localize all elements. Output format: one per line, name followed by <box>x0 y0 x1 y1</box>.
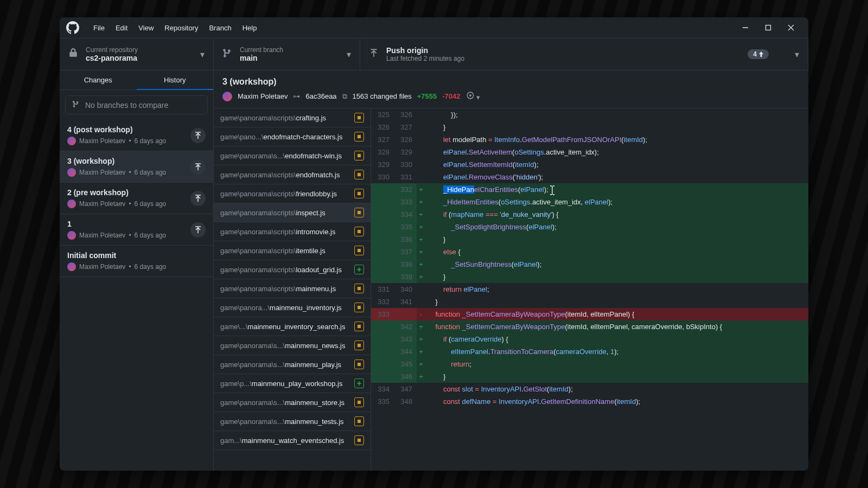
menu-edit[interactable]: Edit <box>110 24 133 32</box>
lock-icon <box>68 48 78 60</box>
file-item[interactable]: game\p...\mainmenu_play_workshop.js <box>214 374 371 393</box>
close-button[interactable] <box>784 21 797 34</box>
changed-files: 1563 changed files <box>353 92 412 100</box>
commit-time: 6 days ago <box>135 263 167 271</box>
file-item[interactable]: game\panorama\scripts\loadout_grid.js <box>214 260 371 279</box>
tab-history[interactable]: History <box>137 70 214 90</box>
new-line-number: 331 <box>394 171 417 183</box>
new-line-number: 344 <box>394 345 417 358</box>
commit-item[interactable]: 2 (pre workshop) Maxim Poletaev • 6 days… <box>60 183 213 214</box>
diff-area: game\panorama\scripts\crafting.jsgame\pa… <box>214 108 808 471</box>
diff-line[interactable]: 334+ if (mapName === 'de_nuke_vanity') { <box>371 208 808 221</box>
file-item[interactable]: game\panorama\scripts\friendlobby.js <box>214 184 371 203</box>
minimize-button[interactable] <box>739 21 752 34</box>
code-content: } <box>425 233 808 246</box>
push-origin-button[interactable]: Push origin Last fetched 2 minutes ago 4… <box>360 38 808 70</box>
diff-line[interactable]: 339+ } <box>371 271 808 283</box>
compare-branches-input[interactable]: No branches to compare <box>65 95 208 114</box>
diff-line[interactable]: 332+ _HidePanelCharEntities(elPanel); <box>371 183 808 196</box>
old-line-number: 332 <box>371 296 394 308</box>
push-icon <box>369 48 379 60</box>
commit-time: 6 days ago <box>135 169 167 176</box>
commit-item[interactable]: 4 (post workshop) Maxim Poletaev • 6 day… <box>60 120 213 151</box>
maximize-button[interactable] <box>762 21 775 34</box>
commit-item[interactable]: Initial commit Maxim Poletaev • 6 days a… <box>60 246 213 277</box>
menu-branch[interactable]: Branch <box>203 24 237 32</box>
code-content: _HidePanelCharEntities(elPanel); <box>425 183 808 196</box>
diff-line[interactable]: 346+ } <box>371 370 808 383</box>
repo-selector[interactable]: Current repository cs2-panorama ▾ <box>60 38 214 70</box>
diff-line[interactable]: 344+ elItemPanel.TransitionToCamera(came… <box>371 345 808 358</box>
file-item[interactable]: game\panorama\scripts\itemtile.js <box>214 241 371 260</box>
push-indicator-icon[interactable] <box>190 191 206 206</box>
diff-line[interactable]: 325326 }); <box>371 108 808 121</box>
diff-marker: + <box>417 258 425 271</box>
file-item[interactable]: game\panorama\scripts\endofmatch.js <box>214 165 371 184</box>
old-line-number <box>371 233 394 246</box>
diff-marker: + <box>417 246 425 258</box>
diff-line[interactable]: 332341 } <box>371 296 808 308</box>
menu-help[interactable]: Help <box>237 24 263 32</box>
push-indicator-icon[interactable] <box>190 159 206 175</box>
file-path: game\panorama\scripts\mainmenu.js <box>220 285 336 293</box>
diff-line[interactable]: 329330 elPanel.SetItemItemId(itemId); <box>371 158 808 171</box>
commit-sha-icon: ⊶ <box>293 92 300 100</box>
file-item[interactable]: game\panorama\scripts\inspect.js <box>214 203 371 222</box>
commit-list[interactable]: 4 (post workshop) Maxim Poletaev • 6 day… <box>60 120 213 471</box>
commit-item[interactable]: 1 Maxim Poletaev • 6 days ago <box>60 214 213 246</box>
menu-file[interactable]: File <box>88 24 110 32</box>
diff-line[interactable]: 338+ _SetSunBrightness(elPanel); <box>371 258 808 271</box>
content: Changes History No branches to compare 4… <box>60 70 808 471</box>
file-status-badge <box>354 378 364 388</box>
branch-selector[interactable]: Current branch main ▾ <box>214 38 360 70</box>
push-indicator-icon[interactable] <box>190 222 206 237</box>
file-status-badge <box>354 227 364 236</box>
file-item[interactable]: game\pano...\endofmatch-characters.js <box>214 127 371 146</box>
old-line-number <box>371 183 394 196</box>
diff-marker <box>417 158 425 171</box>
tab-changes[interactable]: Changes <box>60 70 137 90</box>
diff-line[interactable]: 335348 const defName = InventoryAPI.GetI… <box>371 395 808 408</box>
file-item[interactable]: game\panorama\s...\mainmenu_news.js <box>214 336 371 355</box>
diff-marker: + <box>417 320 425 333</box>
diff-marker: + <box>417 345 425 358</box>
diff-line[interactable]: 328329 elPanel.SetActiveItem(oSettings.a… <box>371 146 808 158</box>
code-content: if (cameraOverride) { <box>425 333 808 345</box>
diff-line[interactable]: 343+ if (cameraOverride) { <box>371 333 808 345</box>
menu-repository[interactable]: Repository <box>159 24 203 32</box>
file-item[interactable]: game\...\mainmenu_inventory_search.js <box>214 317 371 336</box>
file-item[interactable]: gam...\mainmenu_watch_eventsched.js <box>214 431 371 450</box>
file-list[interactable]: game\panorama\scripts\crafting.jsgame\pa… <box>214 108 371 471</box>
diff-line[interactable]: 333- function _SetItemCameraByWeaponType… <box>371 308 808 320</box>
settings-gear-icon[interactable]: ▾ <box>466 91 481 101</box>
repo-name: cs2-panorama <box>86 54 196 62</box>
file-item[interactable]: game\panora...\mainmenu_inventory.js <box>214 298 371 317</box>
diff-line[interactable]: 334347 const slot = InventoryAPI.GetSlot… <box>371 383 808 395</box>
diff-line[interactable]: 330331 elPanel.RemoveClass('hidden'); <box>371 171 808 183</box>
push-indicator-icon[interactable] <box>190 128 206 143</box>
file-item[interactable]: game\panorama\scripts\mainmenu.js <box>214 279 371 298</box>
diff-line[interactable]: 342+ function _SetItemCameraByWeaponType… <box>371 320 808 333</box>
commit-item[interactable]: 3 (workshop) Maxim Poletaev • 6 days ago <box>60 151 213 183</box>
diff-line[interactable]: 327328 let modelPath = ItemInfo.GetModel… <box>371 133 808 146</box>
diff-line[interactable]: 333+ _HideItemEntities(oSettings.active_… <box>371 196 808 208</box>
diff-line[interactable]: 335+ _SetSpotlightBrightness(elPanel); <box>371 221 808 233</box>
menu-view[interactable]: View <box>133 24 159 32</box>
diff-line[interactable]: 336+ } <box>371 233 808 246</box>
commit-time: 6 days ago <box>135 232 167 239</box>
file-item[interactable]: game\panorama\s...\mainmenu_play.js <box>214 355 371 374</box>
file-item[interactable]: game\panorama\scripts\crafting.js <box>214 108 371 127</box>
file-item[interactable]: game\panorama\scripts\intromovie.js <box>214 222 371 241</box>
commit-header: 3 (workshop) Maxim Poletaev ⊶ 6ac36eaa ⧉… <box>214 70 808 108</box>
diff-view[interactable]: 325326 });326327 }327328 let modelPath =… <box>371 108 808 471</box>
file-status-badge <box>354 397 364 407</box>
diff-line[interactable]: 326327 } <box>371 121 808 133</box>
new-line-number: 346 <box>394 370 417 383</box>
file-item[interactable]: game\panorama\s...\endofmatch-win.js <box>214 146 371 165</box>
diff-line[interactable]: 331340 return elPanel; <box>371 283 808 296</box>
file-item[interactable]: game\panorama\s...\mainmenu_store.js <box>214 393 371 412</box>
file-item[interactable]: game\panorama\s...\mainmenu_tests.js <box>214 412 371 431</box>
diff-line[interactable]: 345+ return; <box>371 358 808 370</box>
new-line-number <box>394 308 417 320</box>
diff-line[interactable]: 337+ else { <box>371 246 808 258</box>
